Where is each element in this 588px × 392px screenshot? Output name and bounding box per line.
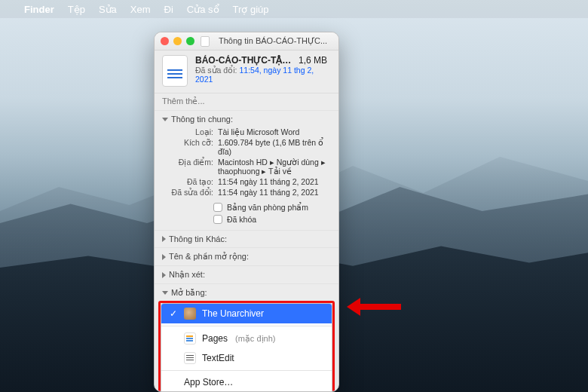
modified2-label: Đã sửa đổi: bbox=[165, 188, 213, 197]
chevron-right-icon bbox=[162, 254, 166, 260]
file-size: 1,6 MB bbox=[299, 55, 327, 66]
menubar-item-file[interactable]: Tệp bbox=[68, 4, 85, 15]
kind-value: Tài liệu Microsoft Word bbox=[218, 127, 331, 136]
sizebytes-value: 1.609.784 byte (1,6 MB trên ổ đĩa) bbox=[218, 138, 331, 156]
open-with-popup[interactable]: ✓ The Unarchiver Pages (mặc định) TextEd… bbox=[161, 303, 332, 392]
section-more-info-title: Thông tin Khác: bbox=[169, 234, 227, 243]
titlebar-proxy-icon[interactable] bbox=[201, 36, 210, 47]
stationery-label: Bảng văn phòng phẩm bbox=[227, 203, 308, 212]
menubar-item-help[interactable]: Trợ giúp bbox=[233, 4, 269, 15]
menubar-item-edit[interactable]: Sửa bbox=[99, 4, 117, 15]
section-open-with-title: Mở bằng: bbox=[171, 288, 207, 298]
section-comments-header[interactable]: Nhận xét: bbox=[155, 266, 338, 283]
menubar-app[interactable]: Finder bbox=[24, 4, 54, 15]
section-general-title: Thông tin chung: bbox=[171, 115, 233, 124]
locked-checkbox[interactable] bbox=[213, 215, 222, 224]
chevron-right-icon bbox=[162, 272, 166, 278]
menubar: Finder Tệp Sửa Xem Đi Cửa sổ Trợ giúp bbox=[0, 0, 588, 18]
locked-label: Đã khóa bbox=[227, 215, 256, 224]
kind-label: Loại: bbox=[165, 127, 213, 136]
textedit-app-icon bbox=[184, 352, 196, 364]
titlebar[interactable]: Thông tin BÁO-CÁO-THỰC... bbox=[155, 32, 338, 51]
file-name: BÁO-CÁO-THỰC-TẬP-... bbox=[195, 55, 293, 66]
info-header: BÁO-CÁO-THỰC-TẬP-... 1,6 MB Đã sửa đổi: … bbox=[155, 51, 338, 93]
sizebytes-label: Kích cỡ: bbox=[165, 138, 213, 156]
get-info-window: Thông tin BÁO-CÁO-THỰC... BÁO-CÁO-THỰC-T… bbox=[154, 32, 339, 392]
tags-input[interactable] bbox=[162, 96, 331, 106]
section-comments-title: Nhận xét: bbox=[169, 270, 205, 280]
pages-app-icon bbox=[184, 332, 196, 345]
menubar-item-go[interactable]: Đi bbox=[164, 4, 173, 15]
chevron-down-icon bbox=[162, 291, 168, 295]
section-name-ext-title: Tên & phần mở rộng: bbox=[169, 252, 249, 262]
created-label: Đã tạo: bbox=[165, 177, 213, 186]
section-general-header[interactable]: Thông tin chung: bbox=[155, 111, 338, 127]
stationery-checkbox[interactable] bbox=[213, 203, 222, 212]
zoom-icon[interactable] bbox=[186, 37, 194, 45]
created-value: 11:54 ngày 11 tháng 2, 2021 bbox=[218, 177, 331, 186]
annotation-highlight-box bbox=[158, 301, 335, 392]
modified-label: Đã sửa đổi: bbox=[195, 66, 237, 75]
where-value: Macintosh HD ▸ Người dùng ▸ thaophuong ▸… bbox=[218, 158, 331, 176]
section-more-info-header[interactable]: Thông tin Khác: bbox=[155, 231, 338, 247]
menubar-item-view[interactable]: Xem bbox=[130, 4, 151, 15]
section-open-with: Mở bằng: ✓ The Unarchiver Pages (mặc địn… bbox=[155, 283, 338, 392]
annotation-arrow-icon bbox=[347, 300, 401, 314]
modified2-value: 11:54 ngày 11 tháng 2, 2021 bbox=[218, 188, 331, 197]
where-label: Địa điểm: bbox=[165, 158, 213, 176]
section-open-with-header[interactable]: Mở bằng: bbox=[155, 284, 338, 302]
section-name-ext-header[interactable]: Tên & phần mở rộng: bbox=[155, 248, 338, 265]
chevron-right-icon bbox=[162, 236, 166, 242]
document-icon bbox=[162, 55, 188, 87]
menubar-item-window[interactable]: Cửa sổ bbox=[187, 4, 219, 15]
chevron-down-icon bbox=[162, 118, 168, 121]
section-general: Thông tin chung: Loại: Tài liệu Microsof… bbox=[155, 110, 338, 230]
close-icon[interactable] bbox=[161, 37, 169, 45]
minimize-icon[interactable] bbox=[173, 37, 182, 45]
window-title: Thông tin BÁO-CÁO-THỰC... bbox=[216, 36, 332, 46]
